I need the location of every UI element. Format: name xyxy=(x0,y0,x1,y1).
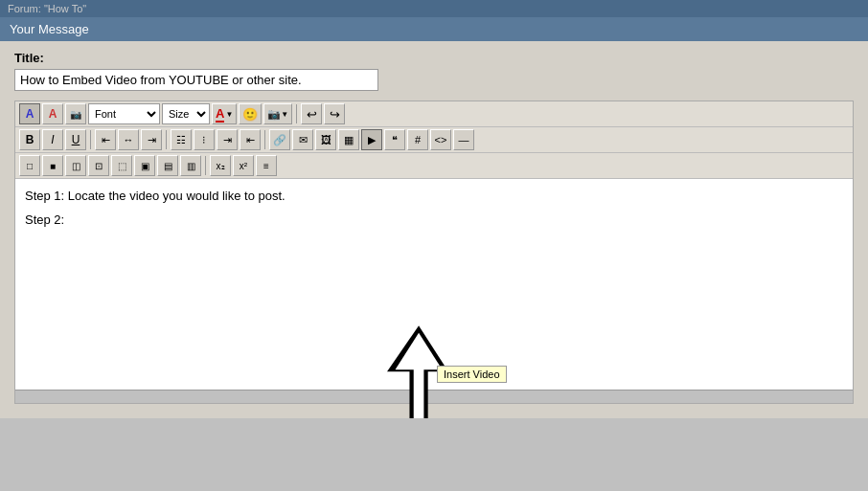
separator-5 xyxy=(205,156,206,175)
editor-content[interactable]: Step 1: Locate the video you would like … xyxy=(15,179,853,390)
size-select[interactable]: Size 8 10 12 14 18 xyxy=(162,103,210,124)
table-btn[interactable]: ▦ xyxy=(338,129,359,150)
align-right-btn[interactable]: ⇥ xyxy=(141,129,162,150)
code-btn[interactable]: <> xyxy=(430,129,451,150)
format-btn-1[interactable]: A xyxy=(19,103,40,124)
separator-2 xyxy=(90,130,91,149)
extra-btn-3[interactable]: ◫ xyxy=(65,155,86,176)
toolbar-row-3: □ ■ ◫ ⊡ ⬚ ▣ ▤ ▥ xyxy=(15,153,853,179)
underline-btn[interactable]: U xyxy=(65,129,86,150)
bold-btn[interactable]: B xyxy=(19,129,40,150)
redo-btn[interactable]: ↪ xyxy=(324,103,345,124)
extra-btn-6[interactable]: ▣ xyxy=(134,155,155,176)
align-left-btn[interactable]: ⇤ xyxy=(95,129,116,150)
extra-btn-1[interactable]: □ xyxy=(19,155,40,176)
toolbar-row-2: B I U ⇤ ↔ ⇥ ☷ ⁝ xyxy=(15,127,853,153)
title-label: Title: xyxy=(14,51,854,65)
horizontal-rule-btn[interactable]: ― xyxy=(453,129,474,150)
title-input[interactable] xyxy=(14,69,378,91)
font-select[interactable]: Font Arial Times New Roman Courier New xyxy=(88,103,160,124)
email-btn[interactable]: ✉ xyxy=(292,129,313,150)
indent-btn[interactable]: ⇥ xyxy=(217,129,238,150)
format-btn-2[interactable]: A xyxy=(42,103,63,124)
extra-btn-9[interactable]: ≡ xyxy=(256,155,277,176)
insert-image-btn[interactable]: 📷 ▼ xyxy=(263,103,292,124)
main-content-area: Title: A A 📷 Font Arial Times New Roman … xyxy=(0,41,868,418)
emoji-btn[interactable]: 🙂 xyxy=(239,103,262,124)
outdent-btn[interactable]: ⇤ xyxy=(240,129,261,150)
superscript-btn[interactable]: x² xyxy=(233,155,254,176)
extra-btn-4[interactable]: ⊡ xyxy=(88,155,109,176)
toolbar-row-1: A A 📷 Font Arial Times New Roman Courier… xyxy=(15,101,853,127)
hashtag-btn[interactable]: # xyxy=(407,129,428,150)
link-btn[interactable]: 🔗 xyxy=(269,129,290,150)
editor-area-wrapper: Step 1: Locate the video you would like … xyxy=(15,179,853,390)
separator-3 xyxy=(166,130,167,149)
subscript-btn[interactable]: x₂ xyxy=(210,155,231,176)
align-center-btn[interactable]: ↔ xyxy=(118,129,139,150)
ordered-list-btn[interactable]: ☷ xyxy=(171,129,192,150)
extra-btn-7[interactable]: ▤ xyxy=(157,155,178,176)
editor-line-1: Step 1: Locate the video you would like … xyxy=(25,189,843,203)
extra-btn-2[interactable]: ■ xyxy=(42,155,63,176)
separator-1 xyxy=(296,104,297,123)
format-btn-3[interactable]: 📷 xyxy=(65,103,86,124)
separator-4 xyxy=(264,130,265,149)
insert-video-tooltip: Insert Video xyxy=(437,366,507,383)
undo-btn[interactable]: ↩ xyxy=(301,103,322,124)
extra-btn-8[interactable]: ▥ xyxy=(180,155,201,176)
editor-container: A A 📷 Font Arial Times New Roman Courier… xyxy=(14,100,854,404)
image-btn[interactable]: 🖼 xyxy=(315,129,336,150)
text-color-btn[interactable]: A ▼ xyxy=(212,103,237,124)
insert-video-btn[interactable]: ▶ xyxy=(361,129,382,150)
italic-btn[interactable]: I xyxy=(42,129,63,150)
forum-breadcrumb: Forum: "How To" xyxy=(0,0,868,17)
section-title-bar: Your Message xyxy=(0,17,868,41)
extra-btn-5[interactable]: ⬚ xyxy=(111,155,132,176)
editor-line-2: Step 2: xyxy=(25,212,843,227)
unordered-list-btn[interactable]: ⁝ xyxy=(194,129,215,150)
editor-scrollbar-bottom[interactable] xyxy=(15,390,853,403)
quote-btn[interactable]: ❝ xyxy=(384,129,405,150)
